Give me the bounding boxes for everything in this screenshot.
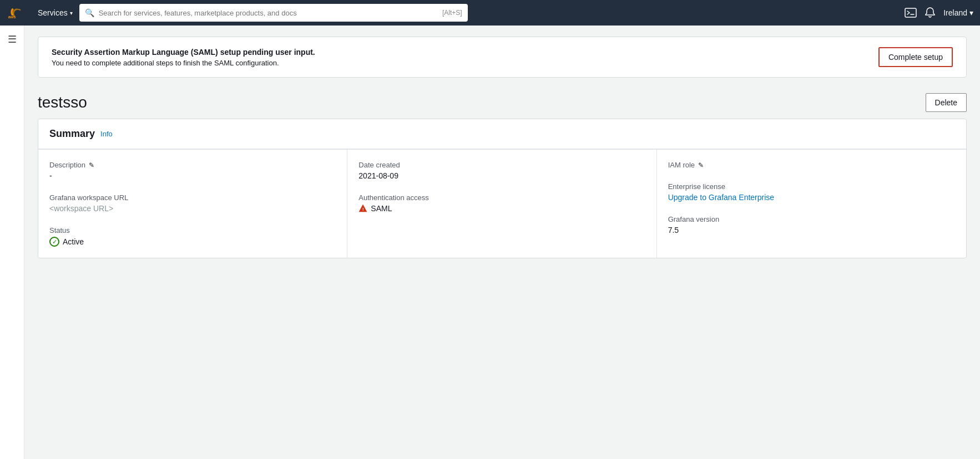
- svg-text:aws: aws: [8, 14, 16, 19]
- search-input[interactable]: [99, 9, 438, 17]
- status-badge: ✓ Active: [49, 237, 336, 247]
- services-menu[interactable]: Services ▾: [38, 8, 73, 17]
- workspace-url-label: Grafana workspace URL: [49, 193, 336, 202]
- status-value: Active: [63, 237, 84, 246]
- region-chevron: ▾: [969, 8, 973, 17]
- iam-role-label: IAM role ✎: [668, 161, 955, 169]
- workspace-url-field: Grafana workspace URL <workspace URL>: [49, 193, 336, 213]
- summary-col-2: Date created 2021-08-09 Authentication a…: [347, 150, 656, 258]
- auth-access-field: Authentication access ! SAML: [358, 193, 645, 213]
- alert-banner: Security Assertion Markup Language (SAML…: [38, 37, 967, 78]
- summary-heading: Summary: [49, 128, 95, 140]
- search-bar: 🔍 [Alt+S]: [79, 4, 468, 22]
- info-link[interactable]: Info: [100, 130, 113, 138]
- services-label: Services: [38, 8, 68, 17]
- alert-title: Security Assertion Markup Language (SAML…: [52, 48, 315, 57]
- description-field: Description ✎ -: [49, 161, 336, 180]
- enterprise-license-label: Enterprise license: [668, 182, 955, 191]
- warning-icon: !: [358, 204, 367, 213]
- search-shortcut: [Alt+S]: [442, 9, 462, 17]
- sidebar: ☰: [0, 26, 24, 459]
- iam-role-field: IAM role ✎: [668, 161, 955, 169]
- svg-text:!: !: [362, 207, 364, 212]
- grafana-version-field: Grafana version 7.5: [668, 215, 955, 234]
- services-chevron: ▾: [70, 10, 73, 16]
- auth-access-label: Authentication access: [358, 193, 645, 202]
- enterprise-license-field: Enterprise license Upgrade to Grafana En…: [668, 182, 955, 202]
- description-label: Description ✎: [49, 161, 336, 169]
- auth-saml-text: SAML: [371, 204, 392, 213]
- terminal-icon[interactable]: [905, 7, 917, 19]
- description-edit-icon[interactable]: ✎: [89, 161, 94, 169]
- status-check-icon: ✓: [49, 237, 59, 247]
- bell-icon[interactable]: [925, 7, 936, 19]
- svg-rect-1: [905, 8, 916, 17]
- summary-col-1: Description ✎ - Grafana workspace URL <w…: [38, 150, 347, 258]
- upgrade-link[interactable]: Upgrade to Grafana Enterprise: [668, 193, 774, 202]
- alert-text: Security Assertion Markup Language (SAML…: [52, 48, 315, 67]
- summary-col-3: IAM role ✎ Enterprise license Upgrade to…: [657, 150, 966, 258]
- summary-header: Summary Info: [38, 119, 966, 149]
- iam-role-edit-icon[interactable]: ✎: [698, 161, 704, 169]
- summary-grid: Description ✎ - Grafana workspace URL <w…: [38, 149, 966, 258]
- page-header: testsso Delete: [38, 93, 967, 112]
- date-created-value: 2021-08-09: [358, 171, 645, 180]
- workspace-url-value: <workspace URL>: [49, 204, 336, 213]
- status-field: Status ✓ Active: [49, 226, 336, 247]
- main-layout: ☰ Security Assertion Markup Language (SA…: [0, 26, 980, 459]
- page-title: testsso: [38, 94, 87, 111]
- auth-access-value: ! SAML: [358, 204, 645, 213]
- top-nav: aws Services ▾ 🔍 [Alt+S] Ireland: [0, 0, 980, 26]
- search-icon: 🔍: [85, 8, 94, 17]
- main-content: Security Assertion Markup Language (SAML…: [24, 26, 980, 459]
- description-value: -: [49, 171, 336, 180]
- grafana-version-value: 7.5: [668, 226, 955, 234]
- delete-button[interactable]: Delete: [926, 93, 967, 112]
- alert-subtitle: You need to complete additional steps to…: [52, 59, 315, 67]
- date-created-label: Date created: [358, 161, 645, 169]
- complete-setup-button[interactable]: Complete setup: [878, 47, 953, 67]
- region-label: Ireland: [943, 8, 967, 17]
- hamburger-menu[interactable]: ☰: [8, 33, 17, 45]
- status-label: Status: [49, 226, 336, 234]
- date-created-field: Date created 2021-08-09: [358, 161, 645, 180]
- region-selector[interactable]: Ireland ▾: [943, 8, 973, 17]
- aws-logo[interactable]: aws: [7, 5, 29, 21]
- grafana-version-label: Grafana version: [668, 215, 955, 223]
- summary-card: Summary Info Description ✎ -: [38, 119, 967, 258]
- nav-icons: Ireland ▾: [905, 7, 973, 19]
